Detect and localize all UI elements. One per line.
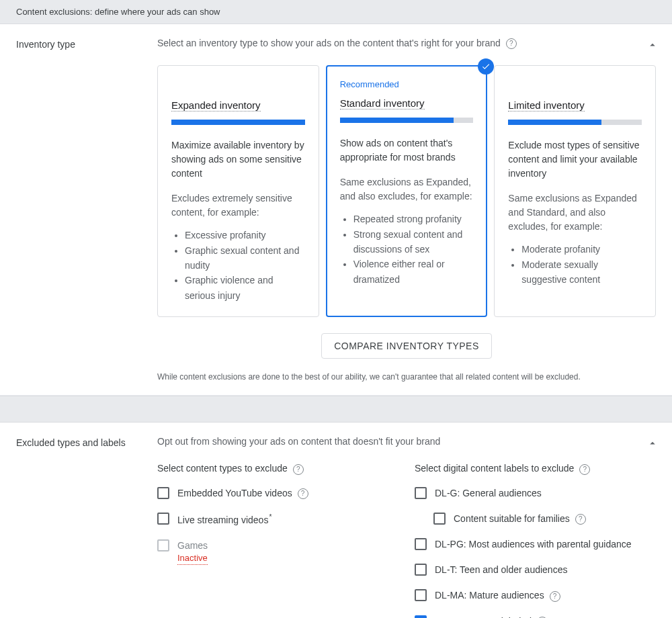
check-badge-icon (478, 58, 494, 75)
bar (508, 120, 642, 125)
types-heading: Select content types to exclude (157, 463, 398, 474)
checkbox[interactable] (415, 487, 427, 499)
inventory-cards: Expanded inventory Maximize available in… (157, 65, 656, 317)
section-divider (0, 396, 672, 423)
help-icon[interactable] (550, 591, 560, 602)
collapse-icon[interactable] (646, 437, 659, 451)
checkbox-row-embedded-youtube: Embedded YouTube videos (157, 487, 398, 499)
card-standard[interactable]: Recommended Standard inventory Show ads … (326, 65, 488, 317)
card-limited[interactable]: Limited inventory Exclude most types of … (494, 65, 656, 317)
card-title: Expanded inventory (171, 99, 261, 112)
labels-heading: Select digital content labels to exclude (415, 463, 656, 474)
inactive-link[interactable]: Inactive (177, 553, 208, 565)
checkbox-label: DL-PG: Most audiences with parental guid… (435, 538, 632, 550)
help-icon[interactable] (579, 464, 590, 475)
help-icon[interactable] (575, 514, 586, 525)
checkbox-label: Live streaming videos* (177, 513, 271, 526)
bar (171, 120, 305, 125)
help-icon[interactable] (298, 488, 308, 499)
checkbox-row-families: Content suitable for families (433, 513, 656, 525)
checkbox[interactable] (415, 538, 427, 550)
checkbox[interactable] (433, 513, 446, 525)
card-title: Standard inventory (340, 97, 425, 109)
checkbox-label: DL-G: General audiences (435, 487, 542, 499)
card-expanded[interactable]: Expanded inventory Maximize available in… (157, 65, 319, 317)
excluded-description: Opt out from showing your ads on content… (157, 436, 656, 447)
help-icon[interactable] (293, 464, 304, 475)
inventory-section: Inventory type Select an inventory type … (0, 24, 672, 396)
checkbox-row-dl-g: DL-G: General audiences (415, 487, 656, 499)
inventory-label: Inventory type (16, 38, 157, 382)
excluded-section: Excluded types and labels Opt out from s… (0, 423, 672, 618)
checkbox-label: Embedded YouTube videos (177, 487, 308, 499)
header-subtitle: : define where your ads can show (90, 7, 220, 17)
checkbox-label: DL-MA: Mature audiences (435, 589, 560, 601)
content-labels-column: Select digital content labels to exclude… (415, 463, 656, 618)
card-title: Limited inventory (508, 99, 584, 112)
card-bullets: Moderate profanity Moderate sexually sug… (508, 242, 642, 287)
checkbox[interactable] (157, 487, 169, 499)
disclaimer: While content exclusions are done to the… (157, 372, 656, 382)
checkbox-row-dl-t: DL-T: Teen and older audiences (415, 564, 656, 576)
checkbox[interactable] (415, 564, 427, 576)
checkbox (157, 539, 169, 551)
card-excludes-intro: Excludes extremely sensitive content, fo… (171, 191, 305, 220)
card-bullets: Excessive profanity Graphic sexual conte… (171, 228, 305, 303)
card-bullets: Repeated strong profanity Strong sexual … (340, 212, 474, 287)
bar (340, 118, 474, 123)
card-summary: Maximize available inventory by showing … (171, 138, 305, 181)
checkbox[interactable] (415, 615, 427, 618)
compare-button[interactable]: COMPARE INVENTORY TYPES (321, 333, 492, 359)
excluded-label: Excluded types and labels (16, 436, 157, 618)
card-excludes-intro: Same exclusions as Expanded, and also ex… (340, 175, 474, 204)
checkbox-row-dl-pg: DL-PG: Most audiences with parental guid… (415, 538, 656, 550)
content-types-column: Select content types to exclude Embedded… (157, 463, 398, 618)
checkbox-row-not-labeled: Content not yet labeled (415, 615, 656, 618)
card-summary: Exclude most types of sensitive content … (508, 138, 642, 181)
card-excludes-intro: Same exclusions as Expanded and Standard… (508, 191, 642, 234)
page-header: Content exclusions: define where your ad… (0, 0, 672, 24)
checkbox-row-dl-ma: DL-MA: Mature audiences (415, 589, 656, 601)
checkbox[interactable] (415, 589, 427, 601)
checkbox-row-live-streaming: Live streaming videos* (157, 513, 398, 526)
checkbox[interactable] (157, 513, 169, 525)
inventory-description: Select an inventory type to show your ad… (157, 38, 656, 49)
checkbox-label: Games Inactive (177, 539, 208, 565)
collapse-icon[interactable] (646, 39, 659, 53)
checkbox-label: Content suitable for families (454, 513, 586, 525)
checkbox-label: Content not yet labeled (435, 615, 548, 618)
checkbox-label: DL-T: Teen and older audiences (435, 564, 567, 576)
checkbox-row-games: Games Inactive (157, 539, 398, 565)
help-icon[interactable] (506, 38, 517, 49)
recommended-tag: Recommended (340, 79, 474, 89)
header-title: Content exclusions (16, 7, 90, 17)
card-summary: Show ads on content that's appropriate f… (340, 136, 474, 165)
